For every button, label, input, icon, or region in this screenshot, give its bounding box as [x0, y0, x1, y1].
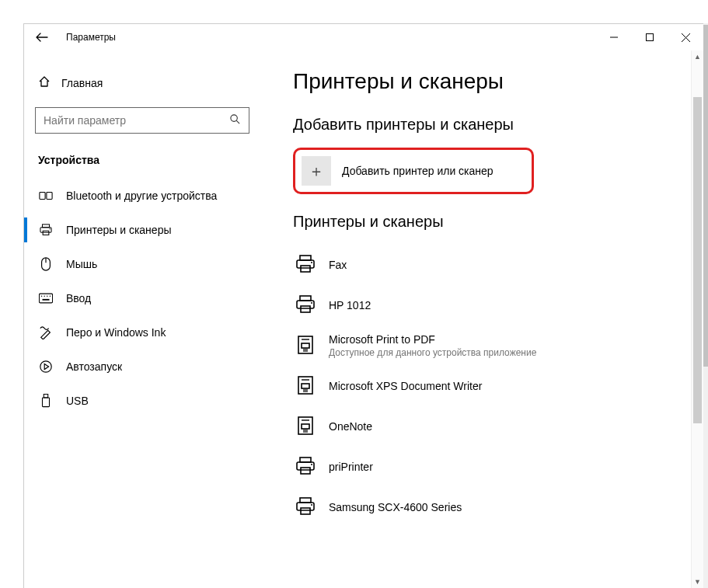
titlebar: Параметры: [24, 24, 703, 50]
svg-rect-10: [647, 34, 654, 41]
svg-point-20: [47, 296, 47, 297]
window-controls: [596, 24, 703, 50]
printer-item[interactable]: Samsung SCX-4600 Series: [293, 487, 688, 527]
printer-name: OneNote: [329, 420, 372, 433]
close-button[interactable]: [668, 24, 703, 50]
autoplay-icon: [38, 360, 54, 374]
sidebar-item-printers[interactable]: Принтеры и сканеры: [35, 213, 267, 247]
add-printer-button[interactable]: ＋ Добавить принтер или сканер: [293, 148, 534, 194]
printer-icon: [38, 223, 54, 237]
add-section-heading: Добавить принтеры и сканеры: [293, 116, 688, 134]
printer-name: Samsung SCX-4600 Series: [329, 501, 462, 513]
home-link[interactable]: Главная: [35, 69, 267, 96]
sidebar-item-label: Bluetooth и другие устройства: [66, 190, 217, 202]
printer-item[interactable]: HP 1012: [293, 285, 688, 325]
printer-item[interactable]: priPrinter: [293, 447, 688, 487]
printer-name: Microsoft Print to PDF: [329, 333, 536, 346]
sidebar: Главная Устройства Bluetooth и другие ус…: [24, 50, 274, 588]
printers-list-heading: Принтеры и сканеры: [293, 213, 688, 231]
printer-icon: [295, 496, 316, 520]
printer-item[interactable]: OneNote: [293, 406, 688, 447]
svg-point-23: [40, 361, 51, 372]
sidebar-item-label: Мышь: [66, 258, 97, 270]
svg-point-11: [231, 115, 237, 121]
home-label: Главная: [61, 77, 103, 89]
sidebar-item-label: Перо и Windows Ink: [66, 326, 166, 339]
keyboard-icon: [38, 293, 54, 304]
document-printer-icon: [295, 334, 316, 358]
page-title: Принтеры и сканеры: [293, 69, 688, 94]
printer-name: Microsoft XPS Document Writer: [329, 380, 482, 392]
maximize-button[interactable]: [632, 24, 668, 50]
sidebar-item-label: USB: [66, 395, 89, 407]
printer-item[interactable]: Fax: [293, 245, 688, 285]
svg-line-12: [236, 120, 239, 124]
sidebar-item-label: Автозапуск: [66, 360, 122, 373]
printer-list: FaxHP 1012Microsoft Print to PDFДоступно…: [293, 245, 688, 527]
sidebar-item-label: Ввод: [66, 292, 91, 304]
sidebar-item-usb[interactable]: USB: [35, 384, 267, 418]
scroll-up-icon[interactable]: ▲: [692, 50, 703, 63]
back-button[interactable]: [35, 30, 49, 44]
sidebar-section-label: Устройства: [35, 149, 267, 179]
pen-icon: [38, 325, 54, 339]
printer-item[interactable]: Microsoft XPS Document Writer: [293, 366, 688, 406]
sidebar-item-label: Принтеры и сканеры: [66, 224, 171, 236]
home-icon: [38, 75, 51, 90]
svg-point-18: [41, 296, 42, 297]
sidebar-item-bluetooth[interactable]: Bluetooth и другие устройства: [35, 179, 267, 213]
printer-subtext: Доступное для данного устройства приложе…: [329, 347, 536, 358]
svg-rect-14: [47, 193, 52, 200]
main-scrollbar[interactable]: ▲ ▼: [691, 50, 703, 588]
document-printer-icon: [295, 415, 316, 439]
sidebar-item-autoplay[interactable]: Автозапуск: [35, 350, 267, 384]
svg-rect-25: [43, 398, 50, 407]
svg-point-21: [50, 296, 51, 297]
svg-rect-13: [40, 193, 45, 200]
printer-name: priPrinter: [329, 461, 373, 473]
printer-icon: [295, 294, 316, 318]
search-icon: [229, 113, 241, 127]
search-field[interactable]: [44, 114, 229, 127]
bluetooth-icon: [38, 189, 54, 203]
add-printer-label: Добавить принтер или сканер: [342, 165, 494, 177]
sidebar-item-pen[interactable]: Перо и Windows Ink: [35, 315, 267, 350]
svg-point-19: [44, 296, 44, 297]
plus-icon: ＋: [302, 156, 331, 186]
printer-item[interactable]: Microsoft Print to PDFДоступное для данн…: [293, 325, 688, 366]
printer-icon: [295, 253, 316, 277]
svg-rect-22: [43, 299, 50, 301]
main-panel: Принтеры и сканеры Добавить принтеры и с…: [274, 50, 703, 588]
svg-rect-17: [39, 294, 52, 303]
sidebar-item-mouse[interactable]: Мышь: [35, 247, 267, 281]
scroll-down-icon[interactable]: ▼: [692, 576, 703, 588]
document-printer-icon: [295, 374, 316, 398]
settings-window: Параметры Главная: [23, 23, 703, 588]
window-title: Параметры: [66, 32, 116, 43]
search-input[interactable]: [35, 107, 249, 134]
content-pane: Главная Устройства Bluetooth и другие ус…: [24, 50, 703, 588]
printer-name: HP 1012: [329, 299, 371, 311]
scroll-thumb[interactable]: [693, 97, 702, 423]
svg-rect-24: [44, 394, 47, 398]
mouse-icon: [38, 257, 54, 271]
page-scrollbar[interactable]: [703, 23, 708, 588]
usb-icon: [38, 394, 54, 408]
sidebar-item-keyboard[interactable]: Ввод: [35, 281, 267, 315]
minimize-button[interactable]: [596, 24, 632, 50]
printer-icon: [295, 455, 316, 479]
printer-name: Fax: [329, 259, 347, 271]
